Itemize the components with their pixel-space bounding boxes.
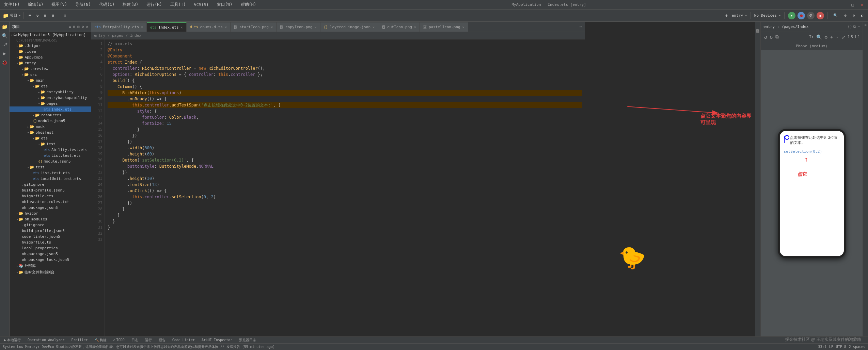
misc-btn-1[interactable]: 🔍: [831, 12, 840, 19]
inspect-btn[interactable]: 🔍: [816, 34, 823, 40]
tree-entryability[interactable]: ▸ 📂 entryability: [10, 89, 91, 95]
menu-item-window[interactable]: 窗口(W): [216, 1, 234, 8]
rotate-left-btn[interactable]: ↺: [763, 34, 768, 40]
close-tab-starticon[interactable]: ✕: [271, 25, 273, 29]
tab-log[interactable]: 日志: [130, 337, 140, 343]
toolbar-btn-expand[interactable]: ⊞: [42, 12, 48, 19]
tab-code-linter[interactable]: Code Linter: [171, 338, 196, 342]
menu-item-tools[interactable]: 工具(T): [169, 1, 187, 8]
tree-list-test2[interactable]: ets List.test.ets: [10, 170, 91, 176]
tree-localunit[interactable]: ets LocalUnit.test.ets: [10, 176, 91, 182]
tab-copyicon[interactable]: 🖼 copyIcon.png ✕: [277, 22, 320, 32]
tab-enums[interactable]: d.ts enums.d.ts ✕: [187, 22, 231, 32]
tree-btn-1[interactable]: ≡: [69, 24, 71, 29]
tree-ets[interactable]: ▾ 📂 ets: [10, 83, 91, 89]
right-icon-1[interactable]: ≡: [864, 23, 866, 27]
tab-entryability[interactable]: ets EntryAbility.ets ✕: [91, 22, 147, 32]
tree-test2[interactable]: ▾ 📂 test: [10, 164, 91, 170]
close-tab-enums[interactable]: ✕: [225, 25, 227, 29]
close-tab-cuticon[interactable]: ✕: [414, 25, 416, 29]
run-button[interactable]: ▶: [788, 12, 795, 19]
tree-module2[interactable]: {} module.json5: [10, 159, 91, 164]
misc-btn-2[interactable]: ⚙: [842, 12, 849, 19]
toolbar-btn-refresh[interactable]: ↻: [34, 12, 41, 19]
toolbar-btn-layout[interactable]: ≡: [27, 12, 33, 19]
tab-index[interactable]: ets Index.ets ✕: [147, 22, 187, 32]
text-size-btn[interactable]: T↕: [809, 34, 814, 39]
tree-btn-3[interactable]: ⊟: [77, 24, 80, 29]
tab-pastelicon[interactable]: 🖼 pastelIcon.png ✕: [420, 22, 468, 32]
tree-module-json5[interactable]: {} module.json5: [10, 118, 91, 124]
tree-oh-modules[interactable]: ▾ 📂 oh_modules: [10, 216, 91, 222]
menu-item-code[interactable]: 代码(C): [98, 1, 116, 8]
tree-appscope[interactable]: ▸ 📂 AppScope: [10, 54, 91, 60]
tree-obfuscation[interactable]: obfuscation-rules.txt: [10, 199, 91, 205]
tree-src[interactable]: ▾ 📂 src: [10, 72, 91, 78]
tree-ohostest[interactable]: ▾ 📂 ohosTest: [10, 130, 91, 135]
zoom-out-btn[interactable]: -: [835, 34, 839, 40]
layout-btn[interactable]: ⧉: [775, 33, 779, 40]
menu-item-view[interactable]: 视图(V): [50, 1, 68, 8]
tab-todo[interactable]: ✓ TODO: [112, 338, 126, 342]
tab-cuticon[interactable]: 🖼 cutIcon.png ✕: [378, 22, 420, 32]
sidebar-icon-git[interactable]: ⎇: [1, 41, 9, 48]
menu-item-vcs[interactable]: VCS(S): [193, 2, 210, 8]
misc-btn-4[interactable]: ◐: [859, 12, 865, 19]
tree-build-profile2[interactable]: build-profile.json5: [10, 228, 91, 234]
devices-dropdown[interactable]: ▾: [779, 14, 781, 17]
menu-item-edit[interactable]: 编辑(E): [27, 1, 45, 8]
stop-button[interactable]: ◼: [817, 12, 824, 19]
menu-item-run[interactable]: 运行(R): [145, 1, 163, 8]
tree-btn-4[interactable]: ⚙: [82, 24, 84, 29]
misc-btn-3[interactable]: ⚙: [851, 12, 857, 19]
close-tab-layered[interactable]: ✕: [373, 25, 375, 29]
tree-btn-2[interactable]: ⊞: [73, 24, 76, 29]
sidebar-icon-run[interactable]: ▶: [1, 50, 9, 57]
tree-main[interactable]: ▾ 📂 main: [10, 78, 91, 83]
tree-gitignore2[interactable]: .gitignore: [10, 222, 91, 228]
preview-header-btn-3[interactable]: ⋯: [857, 24, 860, 29]
tree-hvigorfile[interactable]: hvigorfile.ets: [10, 193, 91, 199]
tree-btn-5[interactable]: ✕: [86, 24, 88, 29]
tree-hvigorfile-ts[interactable]: hvigorfile.ts: [10, 239, 91, 245]
minimize-btn[interactable]: —: [840, 2, 847, 8]
tree-oh-package[interactable]: oh-package.json5: [10, 205, 91, 211]
more-tabs-btn[interactable]: ⋯: [577, 24, 585, 29]
tree-local-props[interactable]: local.properties: [10, 245, 91, 251]
menu-item-file[interactable]: 文件(F): [3, 1, 21, 8]
settings-preview-btn[interactable]: ⚙: [824, 34, 828, 40]
tree-build-profile[interactable]: build-profile.json5: [10, 187, 91, 193]
tree-resources[interactable]: ▸ 📂 resources: [10, 112, 91, 118]
tree-external-libs[interactable]: ▸ 📚 外部库: [10, 263, 91, 269]
fullscreen-btn[interactable]: ⤢: [841, 34, 846, 40]
tab-preview-log[interactable]: 预览器日志: [238, 337, 257, 343]
close-tab-entryability[interactable]: ✕: [141, 25, 143, 29]
tree-code-linter[interactable]: code-linter.json5: [10, 234, 91, 239]
tree-entrybackup[interactable]: ▸ 📂 entrybackupability: [10, 95, 91, 101]
tree-oh-package-lock[interactable]: oh-package-lock.json5: [10, 257, 91, 263]
menu-item-help[interactable]: 帮助(H): [239, 1, 258, 8]
tree-oh-package2[interactable]: oh-package.json5: [10, 251, 91, 257]
tree-index-ets[interactable]: ets Index.ets: [10, 106, 91, 112]
toolbar-btn-settings[interactable]: ⚙: [62, 12, 68, 19]
entry-dropdown[interactable]: ▾: [745, 14, 747, 17]
tree-root[interactable]: ▾ 🗂 MyApplication3 [MyApplication]: [10, 32, 91, 38]
tree-entry[interactable]: ▾ 📂 entry: [10, 60, 91, 66]
tree-mock[interactable]: ▸ 📂 mock: [10, 124, 91, 130]
menu-item-build[interactable]: 构建(B): [121, 1, 140, 8]
debug-button[interactable]: 🐞: [798, 12, 805, 19]
sidebar-icon-debug[interactable]: 🐞: [1, 59, 9, 66]
tree-jnigor[interactable]: ▸ 📂 .Jnigor: [10, 43, 91, 49]
preview-header-btn-1[interactable]: ⟨⟩: [848, 24, 852, 29]
tab-starticon[interactable]: 🖼 startIcon.png ✕: [231, 22, 277, 32]
close-tab-index[interactable]: ✕: [181, 26, 183, 29]
sidebar-icon-search[interactable]: 🔍: [1, 32, 9, 39]
tree-idea[interactable]: ▸ 📂 .idea: [10, 49, 91, 54]
tree-pages[interactable]: ▾ 📂 pages: [10, 101, 91, 106]
close-tab-pastelicon[interactable]: ✕: [462, 25, 464, 29]
tab-report[interactable]: 报告: [157, 337, 167, 343]
maximize-btn[interactable]: □: [850, 2, 856, 8]
tree-gitignore[interactable]: .gitignore: [10, 182, 91, 187]
tab-run[interactable]: 运行: [144, 337, 153, 343]
menu-item-nav[interactable]: 导航(N): [74, 1, 92, 8]
